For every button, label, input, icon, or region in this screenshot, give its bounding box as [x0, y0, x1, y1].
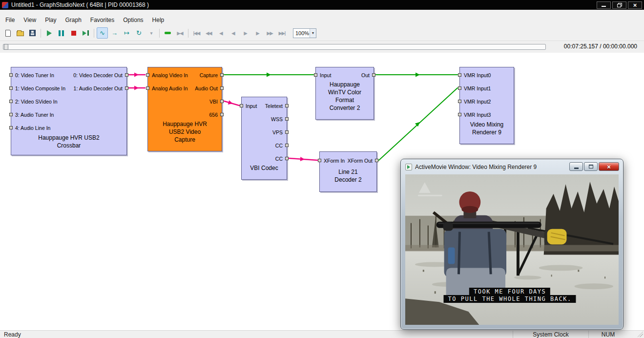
- pin-label: 3: Audio Tuner In: [15, 112, 54, 118]
- zoom-dropdown-arrow[interactable]: ▾: [310, 29, 316, 38]
- menu-options[interactable]: Options: [119, 16, 147, 24]
- stop-button[interactable]: [68, 27, 79, 39]
- step-forward-icon: ▶: [256, 31, 259, 36]
- close-button[interactable]: ×: [628, 1, 642, 9]
- pin-connector[interactable]: [285, 104, 289, 107]
- seek-handle[interactable]: [4, 44, 8, 50]
- status-ready: Ready: [4, 331, 21, 338]
- save-graph-button[interactable]: [27, 27, 38, 39]
- minimize-icon: [574, 168, 579, 169]
- frame-forward-icon: ▶: [244, 31, 247, 36]
- status-clock: System Clock: [513, 331, 588, 338]
- filter-vmr9[interactable]: VMR Input0 VMR Input1 VMR Input2 VMR Inp…: [459, 67, 514, 144]
- connect-mode-direct-button[interactable]: →: [109, 27, 120, 39]
- restore-icon: [617, 3, 622, 7]
- filter-color-converter[interactable]: Input Out Hauppauge WinTV Color Format C…: [315, 67, 374, 120]
- save-floppy-icon: [29, 30, 36, 36]
- am-minimize-button[interactable]: [569, 162, 583, 171]
- refresh-button[interactable]: ↻: [133, 27, 145, 39]
- pin-connector[interactable]: [9, 113, 13, 116]
- pin-connector[interactable]: [458, 113, 461, 116]
- seek-start-icon: |◀◀: [193, 31, 200, 36]
- intelligent-connect-icon: ∿: [100, 29, 105, 37]
- filter-crossbar[interactable]: 0: Video Tuner In 1: Video Composite In …: [11, 67, 127, 155]
- frame-back-icon: ◀: [232, 31, 235, 36]
- skip-back-button[interactable]: ◀◀: [203, 27, 214, 39]
- pin-connector[interactable]: [125, 86, 128, 90]
- direct-connect-icon: →: [111, 29, 118, 37]
- pin-label: VMR Input2: [464, 99, 491, 105]
- pin-connector[interactable]: [285, 117, 289, 121]
- open-graph-button[interactable]: [15, 27, 26, 39]
- pin-label: CC: [275, 143, 283, 148]
- close-icon: ×: [633, 2, 637, 8]
- activemovie-title-bar[interactable]: ActiveMovie Window: Video Mixing Rendere…: [401, 159, 623, 174]
- connect-mode-intelligent-button[interactable]: ∿: [97, 27, 108, 39]
- video-area[interactable]: TOOK ME FOUR DAYS TO PULL THE WHOLE THIN…: [405, 174, 619, 325]
- menu-graph[interactable]: Graph: [61, 16, 85, 24]
- am-close-button[interactable]: ×: [599, 162, 619, 171]
- frame-forward-button[interactable]: ▶: [240, 27, 251, 39]
- menu-play[interactable]: Play: [41, 16, 61, 24]
- minimize-button[interactable]: [597, 1, 611, 9]
- pin-connector[interactable]: [9, 100, 13, 103]
- pin-connector[interactable]: [220, 113, 224, 116]
- activemovie-title: ActiveMovie Window: Video Mixing Rendere…: [415, 164, 537, 170]
- pin-connector[interactable]: [375, 159, 378, 162]
- resize-grip[interactable]: [637, 331, 643, 337]
- pin-connector[interactable]: [458, 73, 461, 77]
- new-graph-button[interactable]: [2, 27, 14, 39]
- seek-track[interactable]: [3, 44, 546, 50]
- connection-arrow: [267, 73, 271, 77]
- restore-button[interactable]: [612, 1, 626, 9]
- stop-icon: [71, 31, 76, 36]
- play-button[interactable]: [43, 27, 55, 39]
- pin-connector[interactable]: [220, 73, 224, 77]
- skip-forward-button[interactable]: ▶▶: [264, 27, 275, 39]
- render-pin-icon: ▶◀: [177, 31, 183, 36]
- pin-connector[interactable]: [458, 100, 461, 103]
- caption-line-2: TO PULL THE WHOLE THING BACK.: [444, 295, 576, 303]
- seek-start-button[interactable]: |◀◀: [191, 27, 202, 39]
- pin-connector[interactable]: [285, 157, 289, 160]
- filter-vbi-codec[interactable]: Input Teletext WSS VPS CC CC VBI Codec: [241, 97, 287, 180]
- pin-connector[interactable]: [125, 73, 128, 77]
- filter-video-capture[interactable]: Analog Video In Analog Audio In Capture …: [147, 67, 222, 151]
- step-button[interactable]: [80, 27, 91, 39]
- step-forward-button[interactable]: ▶: [252, 27, 263, 39]
- pin-label: XForm Out: [348, 158, 373, 164]
- pin-connector[interactable]: [220, 86, 224, 90]
- pin-connector[interactable]: [9, 126, 13, 129]
- render-pin-button[interactable]: ▶◀: [174, 27, 186, 39]
- connect-mode-pin-button[interactable]: ↦: [121, 27, 132, 39]
- pin-connector[interactable]: [458, 86, 461, 90]
- pin-label: 0: Video Decoder Out: [73, 72, 123, 78]
- zoom-combobox[interactable]: 100% ▾: [293, 28, 316, 38]
- seek-end-button[interactable]: ▶▶|: [276, 27, 288, 39]
- am-maximize-button[interactable]: [584, 162, 598, 171]
- pin-connector[interactable]: [285, 144, 289, 147]
- frame-back-button[interactable]: ◀: [228, 27, 239, 39]
- activemovie-window[interactable]: ActiveMovie Window: Video Mixing Rendere…: [400, 159, 623, 330]
- menu-help[interactable]: Help: [148, 16, 169, 24]
- step-back-icon: ◀: [220, 31, 223, 36]
- connection-arrow: [134, 73, 139, 77]
- pin-label: VMR Input3: [464, 112, 491, 118]
- pin-connector[interactable]: [372, 73, 375, 77]
- zoom-value: 100%: [293, 30, 310, 36]
- menu-favorites[interactable]: Favorites: [86, 16, 119, 24]
- disconnect-button[interactable]: [162, 27, 173, 39]
- pin-connector[interactable]: [285, 130, 289, 134]
- close-icon: ×: [607, 163, 611, 170]
- display-options-button[interactable]: ▾: [145, 27, 157, 39]
- menu-file[interactable]: File: [1, 16, 19, 24]
- step-back-button[interactable]: ◀: [215, 27, 227, 39]
- pause-button[interactable]: [56, 27, 67, 39]
- menu-view[interactable]: View: [19, 16, 41, 24]
- pause-icon: [59, 30, 64, 36]
- connection-arrow: [300, 157, 305, 162]
- status-bar: Ready System Clock NUM: [0, 330, 644, 338]
- filter-line21-decoder[interactable]: XForm In XForm Out Line 21 Decoder 2: [319, 151, 377, 192]
- pin-connect-icon: ↦: [124, 29, 129, 37]
- pin-connector[interactable]: [220, 100, 224, 103]
